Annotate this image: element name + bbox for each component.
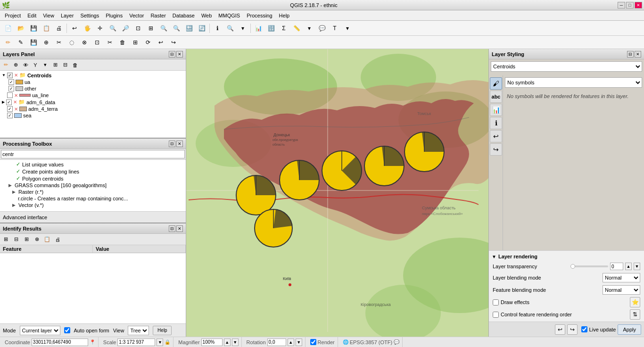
- layer-item-adm4[interactable]: ▼ ✕ adm_4_terra: [1, 106, 185, 112]
- layer-select[interactable]: Centroids: [491, 61, 642, 72]
- zoom-native-button[interactable]: ⊡: [132, 22, 144, 34]
- zoom-selection-button[interactable]: ⊞: [145, 22, 157, 34]
- layer-check-other[interactable]: [8, 86, 14, 91]
- layer-check-sea[interactable]: [7, 113, 13, 118]
- close-button[interactable]: ✕: [635, 2, 642, 8]
- live-update-checkbox[interactable]: [581, 326, 587, 332]
- digitize-btn5[interactable]: ⊡: [91, 36, 103, 49]
- refresh-button[interactable]: 🔄: [196, 22, 208, 34]
- rotation-down-btn[interactable]: ▼: [296, 339, 302, 346]
- blending-select[interactable]: Normal: [603, 273, 640, 282]
- undo-button[interactable]: ↩: [68, 22, 81, 34]
- digitize-btn2[interactable]: ✂: [53, 36, 65, 49]
- digitize-btn3[interactable]: ◌: [66, 36, 78, 49]
- save-as-button[interactable]: 📋: [40, 22, 52, 34]
- auto-open-checkbox[interactable]: [64, 327, 70, 333]
- tree-item-grass[interactable]: ▶ GRASS commands [160 geoalgorithms]: [1, 182, 185, 189]
- mode-select[interactable]: Current layer: [20, 326, 60, 335]
- expand-tree-button[interactable]: ⊞: [1, 235, 10, 244]
- layer-item-other[interactable]: other: [1, 85, 185, 92]
- scale-input[interactable]: [117, 339, 155, 346]
- processing-float-button[interactable]: ⊟: [169, 140, 175, 147]
- pan-to-selected-button[interactable]: 🔍: [157, 22, 170, 34]
- transparency-down-btn[interactable]: ▼: [634, 263, 640, 270]
- metadata-icon[interactable]: ℹ: [490, 117, 502, 129]
- layer-check-adm6[interactable]: [6, 99, 12, 105]
- label-icon[interactable]: abc: [490, 91, 502, 103]
- scale-dropdown-btn[interactable]: ▼: [157, 339, 163, 346]
- zoom-previous-button[interactable]: 🔙: [183, 22, 195, 34]
- paint-icon[interactable]: 🖌: [490, 77, 502, 90]
- menu-item-database[interactable]: Database: [170, 12, 198, 19]
- magnifier-up-btn[interactable]: ▲: [224, 339, 231, 346]
- statistical-summary-button[interactable]: Σ: [278, 22, 290, 34]
- processing-search-input[interactable]: [1, 150, 185, 158]
- digitize-btn8[interactable]: ⊞: [129, 36, 141, 49]
- layer-rendering-header[interactable]: ▼ Layer rendering: [491, 252, 642, 261]
- print-composer-button[interactable]: 🖨: [53, 22, 65, 34]
- new-project-button[interactable]: 📄: [2, 22, 14, 34]
- render-checkbox[interactable]: [310, 339, 316, 345]
- layers-panel-float-button[interactable]: ⊟: [169, 51, 175, 58]
- filter-dropdown-button[interactable]: ▾: [41, 60, 50, 70]
- layer-item-sea[interactable]: ▼ sea: [1, 112, 185, 119]
- layer-check-ua[interactable]: [8, 79, 14, 85]
- feature-blend-select[interactable]: Normal: [603, 285, 640, 295]
- open-layer-styling-button[interactable]: ✏: [1, 60, 10, 70]
- collapse-tree-button[interactable]: ⊟: [11, 235, 21, 244]
- transparency-up-btn[interactable]: ▲: [625, 263, 632, 270]
- layer-check-ua-line[interactable]: [7, 92, 13, 98]
- map-tips-button[interactable]: ▾: [341, 22, 354, 34]
- collapse-all-button[interactable]: ⊟: [60, 60, 70, 70]
- tree-item-rcircle[interactable]: r.circle - Creates a raster map containi…: [1, 195, 185, 202]
- menu-item-layer[interactable]: Layer: [58, 12, 77, 19]
- select-features-button[interactable]: 🔍: [224, 22, 236, 34]
- digitize-btn10[interactable]: ↩: [155, 36, 167, 49]
- control-rendering-settings-btn[interactable]: ⇅: [630, 309, 640, 320]
- menu-item-processing[interactable]: Processing: [244, 12, 275, 19]
- processing-close-button[interactable]: ✕: [176, 140, 183, 147]
- layer-styling-close-button[interactable]: ✕: [635, 51, 641, 58]
- layer-item-centroids[interactable]: ▼ ✕ 📁 Centroids: [1, 72, 185, 79]
- attribute-table-button[interactable]: 📊: [252, 22, 264, 34]
- remove-layer-button[interactable]: 🗑: [70, 60, 80, 70]
- filter-layer-button[interactable]: Y: [31, 60, 40, 70]
- redo-style-icon[interactable]: ↪: [490, 143, 502, 156]
- menu-item-settings[interactable]: Settings: [77, 12, 102, 19]
- layer-item-ua-line[interactable]: ▼ ✕ ua_line: [1, 92, 185, 99]
- copy-attributes-button[interactable]: 📋: [42, 235, 52, 244]
- show-all-layers-button[interactable]: 👁: [21, 60, 30, 70]
- tree-item-vector[interactable]: ▶ Vector (v.*): [1, 202, 185, 208]
- menu-item-project[interactable]: Project: [2, 12, 24, 19]
- draw-effects-settings-btn[interactable]: ⭐: [630, 297, 640, 307]
- pan-map-button[interactable]: ✛: [94, 22, 106, 34]
- digitize-btn11[interactable]: ↪: [167, 36, 180, 49]
- layer-styling-float-button[interactable]: ⊟: [627, 51, 634, 58]
- maximize-button[interactable]: □: [626, 2, 634, 8]
- diagram-icon[interactable]: 📊: [490, 104, 502, 116]
- advanced-interface-toggle[interactable]: Advanced interface: [0, 211, 186, 223]
- menu-item-raster[interactable]: Raster: [148, 12, 168, 19]
- text-annotations-button[interactable]: T: [329, 22, 341, 34]
- layer-item-adm6[interactable]: ▶ ✕ 📁 adm_6_data: [1, 99, 185, 106]
- identify-help-button[interactable]: Help: [153, 326, 172, 335]
- save-layer-button[interactable]: 💾: [27, 36, 40, 49]
- expand-new-button[interactable]: ⊞: [22, 235, 31, 244]
- identify-float-button[interactable]: ⊟: [169, 225, 175, 232]
- tree-item-list-unique[interactable]: ✓ List unique values: [1, 161, 185, 168]
- zoom-in-button[interactable]: 🔍: [107, 22, 119, 34]
- undo-style-footer-btn[interactable]: ↩: [555, 324, 565, 335]
- magnifier-input[interactable]: [201, 339, 223, 346]
- minimize-button[interactable]: ─: [618, 2, 625, 8]
- zoom-out-button[interactable]: 🔎: [119, 22, 132, 34]
- digitize-btn4[interactable]: ⊗: [78, 36, 91, 49]
- print-results-button[interactable]: 🖨: [53, 235, 62, 244]
- tree-item-create-points[interactable]: ✓ Create points along lines: [1, 168, 185, 175]
- redo-style-footer-btn[interactable]: ↪: [567, 324, 578, 335]
- measure-dropdown-button[interactable]: ▾: [303, 22, 315, 34]
- digitize-btn6[interactable]: ✂: [104, 36, 116, 49]
- draw-effects-checkbox[interactable]: [493, 299, 499, 306]
- identify-features-button[interactable]: ℹ: [211, 22, 223, 34]
- measure-button[interactable]: 📏: [290, 22, 303, 34]
- symbol-select[interactable]: No symbols: [505, 77, 642, 88]
